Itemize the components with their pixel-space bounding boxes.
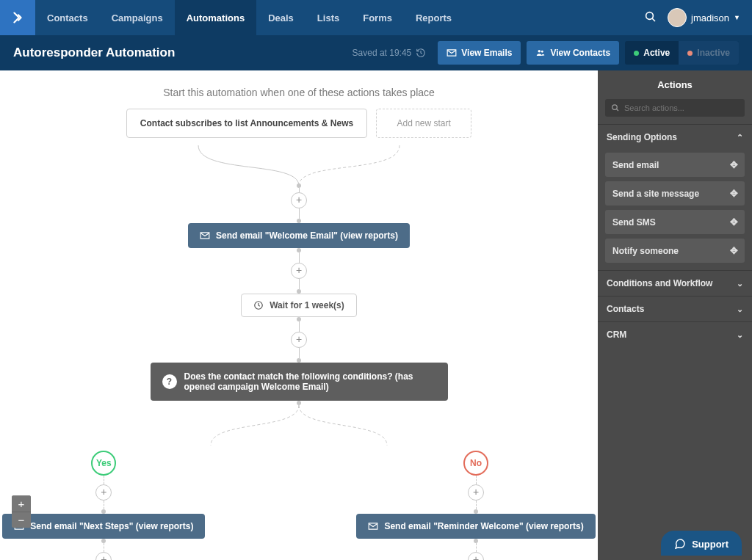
chevron-down-icon: ⌄	[737, 330, 743, 340]
people-icon	[535, 48, 546, 58]
brand-logo[interactable]	[0, 0, 35, 35]
action-item[interactable]: Send a site message✥	[605, 181, 745, 206]
action-send-email[interactable]: Send email "Next Steps" (view reports)	[2, 514, 205, 539]
mail-icon	[200, 230, 210, 241]
section-crm[interactable]: CRM ⌄	[598, 321, 752, 347]
zoom-control: + −	[12, 495, 31, 528]
action-item[interactable]: Notify someone✥	[605, 239, 745, 263]
add-step-button[interactable]: +	[95, 552, 112, 560]
action-send-email[interactable]: Send email "Reminder Welcome" (view repo…	[356, 514, 595, 539]
view-contacts-button[interactable]: View Contacts	[527, 41, 619, 65]
user-menu[interactable]: jmadison ▼	[668, 8, 740, 27]
search-icon[interactable]	[644, 10, 657, 26]
chat-icon	[674, 538, 686, 550]
nav-item-lists[interactable]: Lists	[306, 0, 351, 35]
add-step-button[interactable]: +	[95, 484, 112, 501]
chevron-down-icon: ▼	[734, 14, 740, 21]
connector-line	[148, 145, 449, 188]
search-input[interactable]	[624, 103, 739, 112]
svg-line-7	[617, 109, 619, 112]
nav-item-contacts[interactable]: Contacts	[35, 0, 100, 35]
add-step-button[interactable]: +	[468, 552, 484, 560]
grip-icon: ✥	[730, 217, 737, 228]
sidebar-title: Actions	[598, 70, 752, 99]
nav-item-campaigns[interactable]: Campaigns	[100, 0, 175, 35]
svg-point-2	[538, 50, 541, 53]
question-icon: ?	[162, 374, 177, 389]
wait-block[interactable]: Wait for 1 week(s)	[241, 294, 357, 317]
avatar	[668, 8, 687, 27]
status-active[interactable]: Active	[625, 41, 679, 65]
support-button[interactable]: Support	[661, 531, 742, 556]
chevron-down-icon: ⌄	[737, 279, 743, 288]
nav-item-deals[interactable]: Deals	[256, 0, 306, 35]
svg-point-6	[612, 105, 618, 110]
action-item[interactable]: Send email✥	[605, 153, 745, 177]
zoom-out-button[interactable]: −	[12, 512, 31, 528]
action-send-email[interactable]: Send email "Welcome Email" (view reports…	[188, 223, 410, 248]
grip-icon: ✥	[730, 159, 737, 170]
svg-point-3	[541, 51, 543, 53]
branch-connector	[148, 405, 449, 448]
branch-no[interactable]: No	[463, 451, 488, 476]
grip-icon: ✥	[730, 245, 737, 256]
clock-icon	[253, 300, 264, 310]
add-step-button[interactable]: +	[291, 332, 307, 348]
add-step-button[interactable]: +	[291, 192, 307, 208]
username: jmadison	[691, 12, 729, 23]
chevron-up-icon: ⌃	[737, 133, 743, 142]
branch-yes[interactable]: Yes	[91, 451, 116, 476]
mail-icon	[368, 521, 378, 531]
view-emails-button[interactable]: View Emails	[438, 41, 521, 65]
search-icon	[611, 103, 620, 112]
chevron-right-icon	[10, 10, 26, 26]
add-step-button[interactable]: +	[468, 484, 484, 501]
saved-status: Saved at 19:45	[352, 48, 427, 58]
svg-point-0	[646, 12, 654, 19]
mail-icon	[446, 48, 457, 58]
nav-item-forms[interactable]: Forms	[351, 0, 404, 35]
history-icon	[416, 48, 426, 58]
page-title: Autoresponder Automation	[13, 46, 175, 60]
add-start-button[interactable]: Add new start	[376, 109, 471, 138]
grip-icon: ✥	[730, 188, 737, 199]
trigger-block[interactable]: Contact subscribes to list Announcements…	[126, 109, 367, 138]
svg-line-1	[652, 18, 655, 21]
condition-block[interactable]: ? Does the contact match the following c…	[151, 363, 448, 401]
add-step-button[interactable]: +	[291, 263, 307, 279]
nav-item-automations[interactable]: Automations	[175, 0, 256, 35]
status-inactive[interactable]: Inactive	[679, 41, 739, 65]
chevron-down-icon: ⌄	[737, 305, 743, 314]
section-contacts[interactable]: Contacts ⌄	[598, 296, 752, 321]
section-sending[interactable]: Sending Options ⌃	[598, 124, 752, 150]
section-conditions[interactable]: Conditions and Workflow ⌄	[598, 270, 752, 296]
sidebar-search[interactable]	[605, 99, 745, 117]
start-label: Start this automation when one of these …	[0, 87, 598, 98]
action-item[interactable]: Send SMS✥	[605, 210, 745, 234]
nav-item-reports[interactable]: Reports	[404, 0, 463, 35]
zoom-in-button[interactable]: +	[12, 495, 31, 512]
status-toggle[interactable]: Active Inactive	[625, 41, 739, 65]
